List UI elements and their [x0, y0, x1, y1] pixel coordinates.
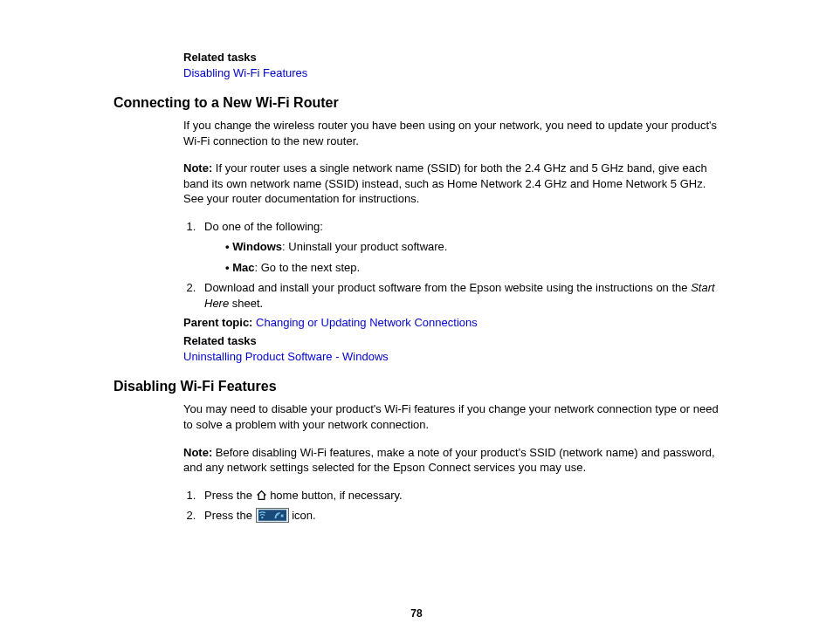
step-1-home: Press the home button, if necessary.	[199, 488, 719, 504]
step-2a: Download and install your product softwa…	[204, 281, 691, 294]
note-body-2: Before disabling Wi-Fi features, make a …	[183, 446, 715, 475]
step-1b: home button, if necessary.	[267, 489, 403, 502]
bullet-mac-rest: : Go to the next step.	[254, 261, 360, 274]
intro-paragraph-2: You may need to disable your product's W…	[183, 401, 719, 432]
home-icon	[256, 490, 267, 501]
note-label: Note:	[183, 161, 212, 175]
note-paragraph-2: Note: Before disabling Wi-Fi features, m…	[183, 445, 719, 476]
heading-disabling-wifi: Disabling Wi-Fi Features	[114, 379, 719, 394]
step-2a-2: Press the	[204, 509, 256, 522]
bullet-windows: Windows: Uninstall your product software…	[220, 239, 719, 255]
sub-bullets: Windows: Uninstall your product software…	[220, 239, 719, 275]
step-1: Do one of the following: Windows: Uninst…	[199, 219, 719, 276]
document-page: Related tasks Disabling Wi-Fi Features C…	[0, 0, 833, 644]
step-2b-2: icon.	[289, 509, 316, 522]
bullet-mac: Mac: Go to the next step.	[220, 260, 719, 276]
related-tasks-heading: Related tasks	[183, 51, 719, 64]
page-number: 78	[0, 607, 833, 620]
related-tasks-block-top: Related tasks Disabling Wi-Fi Features	[183, 51, 719, 79]
wifi-icon	[256, 508, 289, 523]
section-connecting-body: If you change the wireless router you ha…	[183, 118, 719, 363]
parent-topic-line: Parent topic: Changing or Updating Netwo…	[183, 316, 719, 329]
link-parent-topic[interactable]: Changing or Updating Network Connections	[256, 316, 478, 329]
link-uninstall-windows[interactable]: Uninstalling Product Software - Windows	[183, 350, 389, 363]
svg-point-1	[261, 517, 263, 518]
bullet-windows-bold: Windows	[232, 240, 282, 253]
steps-list-2: Press the home button, if necessary. Pre…	[183, 488, 719, 524]
step-2b: sheet.	[229, 297, 263, 310]
step-1-intro: Do one of the following:	[204, 220, 323, 233]
step-2: Download and install your product softwa…	[199, 280, 719, 311]
note-paragraph: Note: If your router uses a single netwo…	[183, 161, 719, 207]
heading-connecting-router: Connecting to a New Wi-Fi Router	[114, 95, 719, 111]
svg-point-3	[274, 517, 276, 518]
note-label-2: Note:	[183, 446, 212, 459]
step-2-wifi: Press the icon.	[199, 508, 719, 524]
step-1a: Press the	[204, 489, 256, 502]
intro-paragraph: If you change the wireless router you ha…	[183, 118, 719, 148]
bullet-mac-bold: Mac	[232, 261, 254, 274]
parent-topic-label: Parent topic:	[183, 316, 252, 329]
note-body: If your router uses a single network nam…	[183, 161, 707, 205]
section-disabling-body: You may need to disable your product's W…	[183, 401, 719, 524]
bullet-windows-rest: : Uninstall your product software.	[282, 240, 447, 253]
related-tasks-heading-2: Related tasks	[183, 334, 719, 347]
link-disabling-wifi[interactable]: Disabling Wi-Fi Features	[183, 66, 307, 79]
svg-rect-2	[272, 510, 286, 521]
steps-list: Do one of the following: Windows: Uninst…	[183, 219, 719, 312]
